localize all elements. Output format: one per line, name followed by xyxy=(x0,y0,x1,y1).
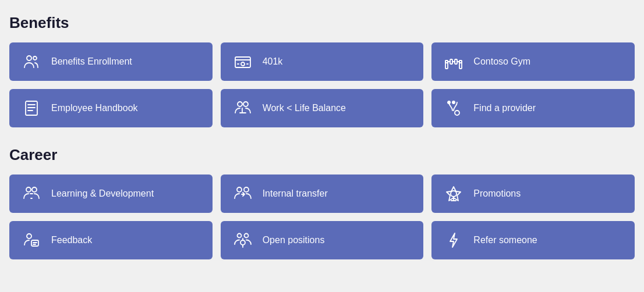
benefits-title: Benefits xyxy=(9,14,635,32)
tile-learning-development[interactable]: Learning & Development xyxy=(9,175,213,213)
tile-feedback-label: Feedback xyxy=(51,235,92,245)
svg-point-39 xyxy=(237,234,241,238)
svg-point-26 xyxy=(32,187,37,192)
handbook-icon xyxy=(21,98,42,119)
svg-point-23 xyxy=(448,101,450,104)
tile-benefits-enrollment[interactable]: Benefits Enrollment xyxy=(9,42,213,81)
money-icon xyxy=(232,51,253,72)
learning-icon xyxy=(21,183,42,204)
tile-internal-transfer-label: Internal transfer xyxy=(263,188,328,199)
svg-rect-13 xyxy=(26,101,37,115)
tile-refer-someone-label: Refer someone xyxy=(473,235,537,245)
tile-work-life-balance[interactable]: Work < Life Balance xyxy=(221,89,424,127)
promotions-icon xyxy=(443,183,464,204)
svg-point-41 xyxy=(240,240,245,245)
svg-point-28 xyxy=(237,187,242,192)
tile-401k-label: 401k xyxy=(263,56,283,67)
svg-point-0 xyxy=(27,56,31,60)
svg-rect-36 xyxy=(31,240,38,246)
svg-point-25 xyxy=(26,187,31,192)
page: Benefits Benefits Enrollment xyxy=(0,0,644,292)
lightning-icon xyxy=(443,230,464,251)
feedback-icon xyxy=(21,230,42,251)
tile-open-positions-label: Open positions xyxy=(263,235,325,245)
svg-point-18 xyxy=(243,102,248,106)
tile-find-provider-label: Find a provider xyxy=(473,103,536,113)
benefits-section: Benefits Benefits Enrollment xyxy=(9,14,635,127)
career-grid: Learning & Development Internal transfer xyxy=(9,175,635,259)
tile-401k[interactable]: 401k xyxy=(221,42,424,81)
career-title: Career xyxy=(9,146,635,164)
tile-employee-handbook-label: Employee Handbook xyxy=(51,103,138,113)
gym-icon xyxy=(443,51,464,72)
career-section: Career Learning & Development xyxy=(9,146,635,259)
tile-internal-transfer[interactable]: Internal transfer xyxy=(221,175,424,213)
svg-point-35 xyxy=(27,234,31,238)
tile-promotions-label: Promotions xyxy=(473,188,521,199)
tile-benefits-enrollment-label: Benefits Enrollment xyxy=(51,56,132,67)
svg-point-29 xyxy=(244,187,249,192)
svg-point-1 xyxy=(33,56,37,60)
tile-work-life-balance-label: Work < Life Balance xyxy=(263,103,346,113)
tile-open-positions[interactable]: Open positions xyxy=(221,221,424,259)
tile-promotions[interactable]: Promotions xyxy=(431,175,635,213)
person-group-icon xyxy=(21,51,42,72)
tile-find-provider[interactable]: Find a provider xyxy=(431,89,635,127)
svg-point-20 xyxy=(455,111,459,115)
benefits-grid: Benefits Enrollment 401k xyxy=(9,42,635,127)
stethoscope-icon xyxy=(443,98,464,119)
open-positions-icon xyxy=(232,230,253,251)
tile-contoso-gym[interactable]: Contoso Gym xyxy=(431,42,635,81)
tile-refer-someone[interactable]: Refer someone xyxy=(431,221,635,259)
svg-point-32 xyxy=(451,191,457,197)
svg-point-3 xyxy=(241,62,245,66)
svg-point-17 xyxy=(238,102,242,106)
tile-contoso-gym-label: Contoso Gym xyxy=(473,56,530,67)
tile-employee-handbook[interactable]: Employee Handbook xyxy=(9,89,213,127)
svg-marker-42 xyxy=(450,233,457,247)
svg-point-24 xyxy=(452,101,455,104)
transfer-icon xyxy=(232,183,253,204)
tile-learning-development-label: Learning & Development xyxy=(51,188,154,199)
work-life-icon xyxy=(232,98,253,119)
tile-feedback[interactable]: Feedback xyxy=(9,221,213,259)
svg-point-40 xyxy=(244,234,248,238)
